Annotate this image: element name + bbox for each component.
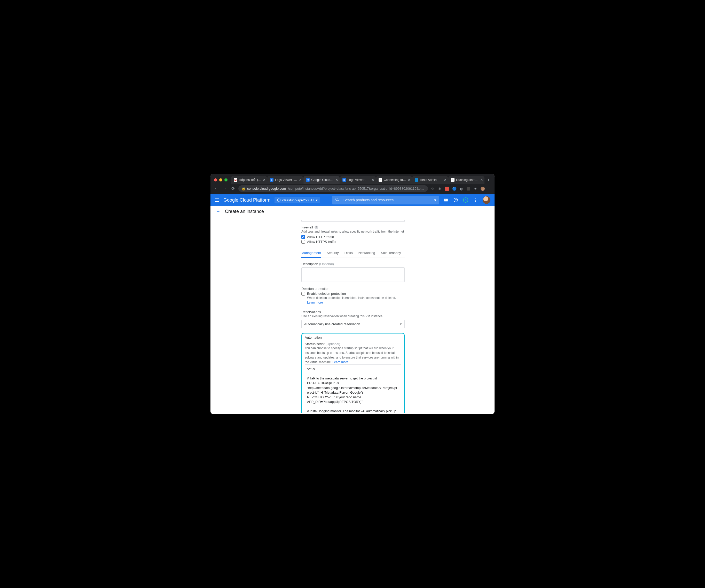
learn-more-link[interactable]: Learn more <box>332 360 348 364</box>
learn-more-link[interactable]: Learn more <box>307 301 323 304</box>
browser-chrome: MHộp thư đến (4…✕≡Logs Viewer - cl…✕⬡Goo… <box>210 174 495 194</box>
help-icon[interactable]: ? <box>315 226 318 229</box>
tab-label: Google Cloud Pl… <box>311 178 334 182</box>
firewall-title: Firewall ? <box>301 225 405 229</box>
close-tab-icon[interactable]: ✕ <box>408 178 410 182</box>
browser-tab[interactable]: △Connecting to in…✕ <box>376 176 412 184</box>
tab-management[interactable]: Management <box>301 248 321 258</box>
dropdown-icon: ▾ <box>400 322 402 326</box>
left-column <box>210 217 298 413</box>
project-icon <box>277 198 281 202</box>
menu-icon[interactable]: ☰ <box>215 197 219 203</box>
lock-icon: 🔒 <box>241 187 245 191</box>
header-actions: >_ ? 6 ⋮ <box>443 196 490 204</box>
close-window-button[interactable] <box>214 178 217 182</box>
svg-line-2 <box>338 200 338 201</box>
browser-tab[interactable]: ⬡Google Cloud Pl…✕ <box>303 176 339 184</box>
browser-tabs: MHộp thư đến (4…✕≡Logs Viewer - cl…✕⬡Goo… <box>231 176 484 184</box>
form-panel: Firewall ? Add tags and firewall rules t… <box>301 220 405 413</box>
extension-icon[interactable]: ❄ <box>438 187 442 191</box>
tab-label: Logs Viewer - cl… <box>275 178 297 182</box>
extension-icon[interactable]: 🔵 <box>452 187 456 191</box>
favicon: ≡ <box>342 178 346 182</box>
titlebar: MHộp thư đến (4…✕≡Logs Viewer - cl…✕⬡Goo… <box>210 174 495 184</box>
description-label: Description (Optional) <box>301 262 405 266</box>
new-tab-button[interactable]: + <box>484 177 492 183</box>
address-bar[interactable]: 🔒 console.cloud.google.com/compute/insta… <box>238 185 428 192</box>
svg-point-1 <box>336 198 338 200</box>
close-tab-icon[interactable]: ✕ <box>444 178 446 182</box>
search-bar[interactable]: ▾ <box>332 196 439 204</box>
browser-tab[interactable]: ≡Logs Viewer - cl…✕ <box>267 176 303 184</box>
search-input[interactable] <box>343 198 434 202</box>
project-name: classfunc-api-250517 <box>282 198 314 202</box>
select-value: Automatically use created reservation <box>304 322 360 326</box>
allow-https-checkbox[interactable]: Allow HTTPS traffic <box>301 240 405 244</box>
allow-http-checkbox[interactable]: Allow HTTP traffic <box>301 235 405 239</box>
collapsed-section-edge <box>301 220 405 222</box>
checkbox-input[interactable] <box>301 292 305 296</box>
close-tab-icon[interactable]: ✕ <box>335 178 338 182</box>
close-tab-icon[interactable]: ✕ <box>372 178 374 182</box>
account-avatar[interactable] <box>483 196 490 204</box>
tab-sole-tenancy[interactable]: Sole Tenancy <box>381 248 401 258</box>
dropdown-icon[interactable]: ▾ <box>434 198 436 203</box>
extension-icon[interactable] <box>445 187 449 191</box>
deletion-protection-checkbox[interactable]: Enable deletion protection <box>301 292 405 296</box>
browser-tab[interactable]: MHộp thư đến (4…✕ <box>231 176 267 184</box>
url-path: /compute/instancesAdd?project=classfunc-… <box>288 187 425 191</box>
browser-toolbar: ← → ⟳ 🔒 console.cloud.google.com/compute… <box>210 184 495 194</box>
tab-networking[interactable]: Networking <box>359 248 375 258</box>
svg-text:?: ? <box>455 198 457 201</box>
extension-icon[interactable] <box>467 187 470 191</box>
tab-security[interactable]: Security <box>327 248 339 258</box>
firewall-hint: Add tags and firewall rules to allow spe… <box>301 229 405 234</box>
close-tab-icon[interactable]: ✕ <box>299 178 301 182</box>
extension-icon[interactable]: ◐ <box>459 187 464 191</box>
checkbox-input[interactable] <box>301 240 305 244</box>
browser-tab[interactable]: △Running startup…✕ <box>448 176 484 184</box>
tab-label: Logs Viewer - cl… <box>347 178 370 182</box>
toolbar-icons: ☆ ❄ 🔵 ◐ ✦ ⋮ <box>430 187 492 191</box>
tab-label: Hộp thư đến (4… <box>239 178 261 182</box>
automation-section: Automation Startup script (Optional) You… <box>301 333 405 413</box>
checkbox-label: Allow HTTPS traffic <box>307 240 336 244</box>
svg-marker-0 <box>278 198 280 202</box>
reservations-select[interactable]: Automatically use created reservation ▾ <box>301 320 405 328</box>
tab-label: Hexo Admin <box>420 178 442 182</box>
reservations-hint: Use an existing reservation when creatin… <box>301 314 405 318</box>
gcp-brand[interactable]: Google Cloud Platform <box>223 197 270 203</box>
close-tab-icon[interactable]: ✕ <box>480 178 483 182</box>
extensions-menu-icon[interactable]: ✦ <box>473 187 477 191</box>
back-arrow-icon[interactable]: ← <box>216 209 220 214</box>
startup-script-textarea[interactable] <box>305 364 401 413</box>
reload-button[interactable]: ⟳ <box>230 186 236 191</box>
management-tabs: Management Security Disks Networking Sol… <box>301 248 405 258</box>
tab-disks[interactable]: Disks <box>344 248 353 258</box>
cloud-shell-icon[interactable]: >_ <box>443 197 449 203</box>
window-controls <box>214 178 228 182</box>
automation-title: Automation <box>305 336 401 339</box>
browser-menu-icon[interactable]: ⋮ <box>488 187 492 191</box>
browser-tab[interactable]: HHexo Admin✕ <box>412 176 448 184</box>
main-column: Firewall ? Add tags and firewall rules t… <box>298 217 495 413</box>
notifications-badge[interactable]: 6 <box>463 197 468 203</box>
favicon: ≡ <box>270 178 274 182</box>
close-tab-icon[interactable]: ✕ <box>263 178 266 182</box>
back-button[interactable]: ← <box>214 186 219 191</box>
help-icon[interactable]: ? <box>453 197 458 203</box>
bookmark-icon[interactable]: ☆ <box>430 187 435 191</box>
tab-label: Connecting to in… <box>384 178 406 182</box>
forward-button[interactable]: → <box>222 186 228 191</box>
profile-avatar[interactable] <box>481 187 485 191</box>
settings-menu-icon[interactable]: ⋮ <box>473 197 478 203</box>
favicon: H <box>415 178 418 182</box>
browser-tab[interactable]: ≡Logs Viewer - cl…✕ <box>340 176 376 184</box>
deletion-hint: When deletion protection is enabled, ins… <box>307 296 405 305</box>
checkbox-input[interactable] <box>301 235 305 239</box>
description-textarea[interactable] <box>301 267 405 282</box>
minimize-window-button[interactable] <box>219 178 222 182</box>
maximize-window-button[interactable] <box>224 178 228 182</box>
project-selector[interactable]: classfunc-api-250517 ▾ <box>275 197 320 203</box>
checkbox-label: Enable deletion protection <box>307 292 346 296</box>
